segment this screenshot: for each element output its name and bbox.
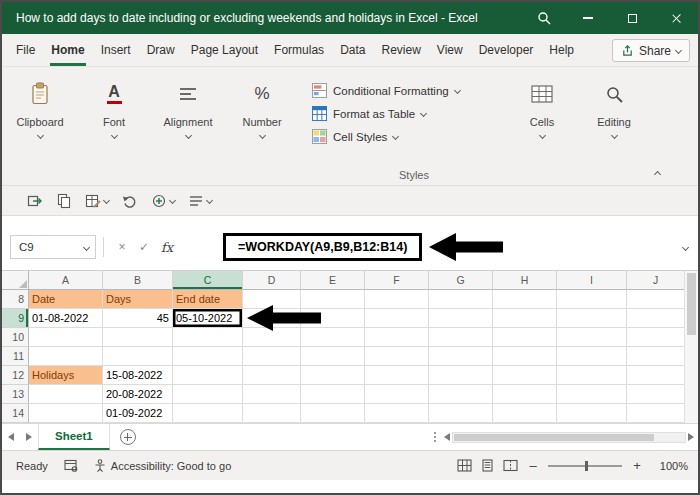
column-header-G[interactable]: G [429,271,493,290]
cell-A14[interactable] [29,404,103,423]
cell-F14[interactable] [365,404,429,423]
cell-I9[interactable] [557,309,627,328]
share-button[interactable]: Share [612,39,690,62]
page-layout-view-icon[interactable] [481,459,494,472]
cell-C12[interactable] [173,366,243,385]
cell-H12[interactable] [493,366,557,385]
sheet-nav-right-button[interactable] [20,424,38,450]
cell-A8[interactable]: Date [29,290,103,309]
cell-J13[interactable] [627,385,684,404]
cell-C11[interactable] [173,347,243,366]
tab-insert[interactable]: Insert [93,34,139,66]
zoom-slider[interactable] [548,465,622,467]
search-button[interactable] [522,2,566,34]
formula-input[interactable]: =WORKDAY(A9,B9,B12:B14) [179,234,692,260]
cell-I8[interactable] [557,290,627,309]
number-group-button[interactable]: % Number [234,77,290,138]
cell-A12[interactable]: Holidays [29,366,103,385]
close-button[interactable] [654,2,698,34]
cell-B8[interactable]: Days [103,290,173,309]
tab-help[interactable]: Help [541,34,582,66]
tab-developer[interactable]: Developer [471,34,542,66]
cell-B10[interactable] [103,328,173,347]
tab-home[interactable]: Home [43,34,92,66]
cell-A9[interactable]: 01-08-2022 [29,309,103,328]
vertical-scrollbar[interactable] [684,271,698,423]
clipboard-group-button[interactable]: Clipboard [12,77,68,138]
zoom-out-button[interactable]: – [527,458,539,473]
editing-group-button[interactable]: Editing [586,77,642,138]
cell-E14[interactable] [301,404,365,423]
cell-J12[interactable] [627,366,684,385]
cell-F11[interactable] [365,347,429,366]
column-header-J[interactable]: J [627,271,684,290]
cell-A13[interactable] [29,385,103,404]
column-header-D[interactable]: D [243,271,301,290]
cell-D12[interactable] [243,366,301,385]
cell-H9[interactable] [493,309,557,328]
tab-page-layout[interactable]: Page Layout [183,34,266,66]
cell-H11[interactable] [493,347,557,366]
cell-A10[interactable] [29,328,103,347]
cell-E11[interactable] [301,347,365,366]
scroll-right-icon[interactable] [688,433,694,441]
select-all-corner[interactable] [2,271,29,290]
cell-H10[interactable] [493,328,557,347]
cell-B9[interactable]: 45 [103,309,173,328]
zoom-in-button[interactable]: + [631,458,643,473]
cell-H13[interactable] [493,385,557,404]
cell-E13[interactable] [301,385,365,404]
row-header-8[interactable]: 8 [2,290,29,309]
cells-group-button[interactable]: Cells [514,77,570,138]
zoom-level[interactable]: 100% [652,460,688,472]
tab-data[interactable]: Data [332,34,373,66]
format-as-table-button[interactable]: Format as Table [312,102,494,125]
cell-C9[interactable]: 05-10-2022 [173,309,243,328]
horizontal-scrollbar-track[interactable] [452,432,686,443]
cell-D13[interactable] [243,385,301,404]
cell-J14[interactable] [627,404,684,423]
scroll-left-icon[interactable] [444,433,450,441]
maximize-button[interactable] [610,2,654,34]
sheet-tab-sheet1[interactable]: Sheet1 [38,424,110,450]
cell-G13[interactable] [429,385,493,404]
column-header-F[interactable]: F [365,271,429,290]
collapse-ribbon-icon[interactable] [654,171,661,178]
cell-J11[interactable] [627,347,684,366]
qat-table-edit-button[interactable] [82,191,112,211]
column-header-B[interactable]: B [103,271,173,290]
cell-B12[interactable]: 15-08-2022 [103,366,173,385]
cell-styles-button[interactable]: Cell Styles [312,125,494,148]
cell-B13[interactable]: 20-08-2022 [103,385,173,404]
column-header-I[interactable]: I [557,271,627,290]
cell-J8[interactable] [627,290,684,309]
tab-file[interactable]: File [8,34,43,66]
cell-F10[interactable] [365,328,429,347]
cell-F13[interactable] [365,385,429,404]
cell-G11[interactable] [429,347,493,366]
zoom-slider-thumb[interactable] [585,461,588,471]
cell-D11[interactable] [243,347,301,366]
cell-I13[interactable] [557,385,627,404]
cell-I11[interactable] [557,347,627,366]
horizontal-scrollbar[interactable] [444,432,694,443]
normal-view-icon[interactable] [457,459,472,472]
tab-scroll-splitter[interactable] [434,432,436,434]
row-header-14[interactable]: 14 [2,404,29,423]
tab-draw[interactable]: Draw [139,34,183,66]
page-break-view-icon[interactable] [503,459,518,472]
cell-C8[interactable]: End date [173,290,243,309]
tab-view[interactable]: View [429,34,471,66]
cell-C14[interactable] [173,404,243,423]
cell-B14[interactable]: 01-09-2022 [103,404,173,423]
column-header-E[interactable]: E [301,271,365,290]
cell-H14[interactable] [493,404,557,423]
qat-copy-button[interactable] [53,191,75,211]
conditional-formatting-button[interactable]: Conditional Formatting [312,79,494,102]
column-header-A[interactable]: A [29,271,103,290]
qat-refresh-button[interactable] [148,191,178,211]
accessibility-status[interactable]: Accessibility: Good to go [94,459,231,472]
row-header-13[interactable]: 13 [2,385,29,404]
cell-I12[interactable] [557,366,627,385]
column-header-C[interactable]: C [173,271,243,290]
